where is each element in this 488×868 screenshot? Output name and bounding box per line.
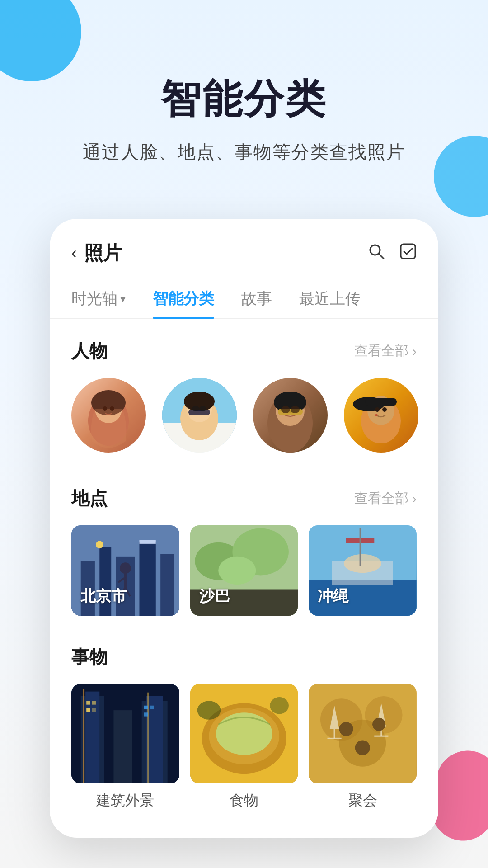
app-title: 照片 — [84, 241, 122, 266]
tab-smart-classify[interactable]: 智能分类 — [153, 279, 214, 318]
svg-rect-33 — [139, 542, 155, 616]
person-avatar-1[interactable] — [71, 378, 146, 453]
people-view-all-arrow: › — [412, 344, 417, 359]
svg-point-89 — [355, 741, 370, 755]
svg-point-14 — [192, 406, 199, 411]
tab-recent-upload[interactable]: 最近上传 — [299, 279, 361, 318]
tab-story[interactable]: 故事 — [241, 279, 272, 318]
svg-rect-65 — [86, 708, 90, 712]
location-view-all[interactable]: 查看全部 › — [354, 489, 417, 508]
location-card-beijing[interactable]: 北京市 — [71, 525, 179, 616]
location-beijing-label: 北京市 — [80, 586, 127, 607]
dropdown-arrow-icon: ▾ — [120, 292, 126, 305]
svg-point-12 — [184, 392, 215, 411]
svg-rect-25 — [365, 398, 397, 406]
svg-rect-13 — [188, 410, 210, 415]
people-section: 人物 查看全部 › — [50, 319, 438, 466]
svg-point-52 — [344, 554, 381, 573]
tab-story-label: 故事 — [241, 290, 272, 307]
svg-rect-59 — [113, 710, 132, 783]
location-section-header: 地点 查看全部 › — [71, 486, 417, 511]
svg-point-26 — [375, 407, 380, 412]
hero-section: 智能分类 通过人脸、地点、事物等分类查找照片 — [0, 0, 488, 192]
svg-point-87 — [339, 722, 353, 736]
person-avatar-3[interactable] — [253, 378, 328, 453]
svg-rect-36 — [139, 540, 155, 544]
svg-point-78 — [270, 697, 289, 714]
back-icon[interactable]: ‹ — [71, 244, 77, 263]
thing-party-label: 聚会 — [348, 792, 377, 808]
phone-mockup: ‹ 照片 时光轴 ▾ 智能分类 — [50, 219, 438, 838]
thing-item-party[interactable]: 聚会 — [309, 684, 417, 811]
header-icons — [368, 243, 417, 264]
svg-point-7 — [110, 406, 114, 411]
thing-food-label: 食物 — [230, 792, 258, 808]
location-card-okinawa[interactable]: 冲绳 — [309, 525, 417, 616]
svg-point-15 — [199, 406, 206, 411]
location-section: 地点 查看全部 › — [50, 466, 438, 625]
app-header: ‹ 照片 — [50, 219, 438, 275]
people-view-all[interactable]: 查看全部 › — [354, 342, 417, 360]
svg-line-1 — [379, 254, 384, 259]
things-grid: 建筑外景 — [71, 684, 417, 811]
svg-point-21 — [291, 406, 300, 413]
things-section: 事物 — [50, 625, 438, 820]
people-avatar-row — [71, 378, 417, 457]
things-section-header: 事物 — [71, 645, 417, 670]
svg-point-77 — [197, 701, 221, 720]
people-view-all-label: 查看全部 — [354, 342, 408, 360]
svg-point-35 — [96, 541, 103, 549]
svg-point-6 — [103, 406, 107, 411]
svg-rect-63 — [86, 701, 90, 704]
tab-timeline[interactable]: 时光轴 ▾ — [71, 279, 126, 318]
svg-rect-64 — [92, 701, 96, 704]
people-section-title: 人物 — [71, 339, 108, 363]
thing-architecture-label: 建筑外景 — [96, 792, 154, 808]
svg-rect-67 — [144, 706, 148, 709]
svg-rect-61 — [146, 696, 163, 783]
select-icon[interactable] — [399, 243, 417, 264]
svg-point-88 — [372, 718, 385, 731]
svg-rect-69 — [144, 712, 148, 716]
svg-point-27 — [382, 407, 387, 412]
header-left: ‹ 照片 — [71, 241, 122, 266]
hero-subtitle: 通过人脸、地点、事物等分类查找照片 — [27, 140, 461, 165]
person-avatar-2[interactable] — [162, 378, 237, 453]
tab-smart-label: 智能分类 — [153, 290, 214, 307]
tab-bar: 时光轴 ▾ 智能分类 故事 最近上传 — [50, 275, 438, 319]
thing-item-architecture[interactable]: 建筑外景 — [71, 684, 179, 811]
things-section-title: 事物 — [71, 645, 108, 670]
thing-item-food[interactable]: 食物 — [190, 684, 298, 811]
svg-rect-34 — [160, 554, 174, 616]
svg-rect-58 — [83, 689, 84, 783]
search-icon[interactable] — [368, 243, 385, 264]
person-avatar-4[interactable] — [344, 378, 418, 453]
location-card-saba[interactable]: 沙巴 — [190, 525, 298, 616]
location-saba-label: 沙巴 — [199, 586, 230, 607]
location-view-all-label: 查看全部 — [354, 489, 408, 508]
location-section-title: 地点 — [71, 486, 108, 511]
hero-title: 智能分类 — [27, 72, 461, 126]
svg-point-28 — [375, 414, 378, 416]
location-okinawa-label: 冲绳 — [318, 586, 348, 607]
svg-rect-68 — [150, 706, 154, 709]
svg-rect-57 — [85, 692, 99, 783]
svg-rect-66 — [92, 708, 96, 712]
svg-point-45 — [218, 557, 256, 585]
people-section-header: 人物 查看全部 › — [71, 339, 417, 363]
svg-point-37 — [120, 562, 131, 574]
location-view-all-arrow: › — [412, 491, 417, 506]
svg-point-73 — [216, 712, 272, 755]
location-grid: 北京市 沙巴 — [71, 525, 417, 616]
tab-recent-label: 最近上传 — [299, 290, 361, 307]
svg-point-20 — [281, 406, 290, 413]
tab-timeline-label: 时光轴 — [71, 288, 117, 309]
svg-rect-2 — [401, 244, 415, 259]
